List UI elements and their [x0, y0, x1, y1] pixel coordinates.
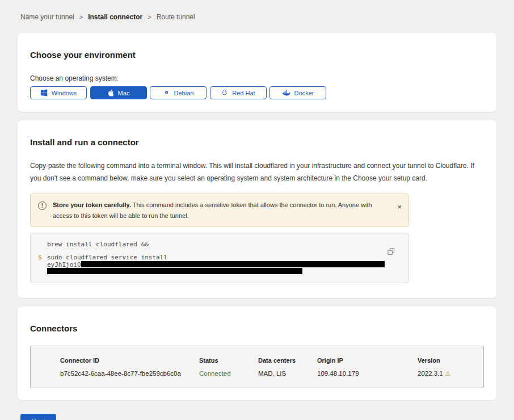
next-button[interactable]: Next [20, 414, 56, 420]
os-button-windows[interactable]: Windows [30, 86, 87, 99]
os-button-debian[interactable]: Debian [150, 86, 207, 99]
version-warning-icon: ⚠ [445, 370, 451, 377]
environment-card-title: Choose your environment [30, 50, 484, 60]
redhat-icon [221, 89, 228, 96]
apple-icon [107, 89, 114, 97]
token-prefix: eyJhIjoiO [47, 261, 81, 268]
page: Name your tunnel > Install connector > R… [0, 0, 514, 420]
code-line-service-install: sudo cloudflared service install [47, 254, 386, 261]
os-button-row: Windows Mac Debian Red Hat [30, 86, 484, 99]
token-warning-text: Store your token carefully. This command… [53, 200, 397, 220]
docker-icon [282, 90, 290, 96]
table-header-row: Connector ID Status Data centers Origin … [60, 357, 483, 364]
token-warning-bold: Store your token carefully. [53, 201, 131, 208]
breadcrumb-separator: > [79, 14, 83, 20]
windows-icon [40, 89, 48, 96]
cell-data-centers: MAD, LIS [258, 370, 317, 377]
os-button-docker[interactable]: Docker [269, 86, 326, 99]
code-line-token: eyJhIjoiO [47, 261, 386, 268]
status-badge: Connected [199, 370, 258, 377]
header-status: Status [199, 357, 258, 364]
os-button-redhat[interactable]: Red Hat [210, 86, 267, 99]
cell-connector-id: b7c52c42-6caa-48ee-8c77-fbe259cb6c0a [60, 370, 199, 377]
connectors-table: Connector ID Status Data centers Origin … [30, 346, 484, 388]
breadcrumb-install-connector[interactable]: Install connector [88, 13, 142, 21]
os-select-label: Choose an operating system: [30, 74, 484, 82]
breadcrumb-name-your-tunnel[interactable]: Name your tunnel [20, 13, 74, 21]
connectors-title: Connectors [30, 324, 484, 333]
version-value: 2022.3.1 [418, 370, 443, 377]
header-version: Version [418, 357, 483, 364]
copy-icon[interactable] [387, 248, 395, 257]
os-button-mac[interactable]: Mac [90, 86, 147, 99]
breadcrumb-route-tunnel[interactable]: Route tunnel [157, 13, 195, 21]
install-command-codeblock: brew install cloudflared && $ sudo cloud… [30, 233, 409, 283]
environment-card: Choose your environment Choose an operat… [18, 33, 496, 112]
table-row: b7c52c42-6caa-48ee-8c77-fbe259cb6c0a Con… [60, 370, 483, 377]
cell-origin-ip: 109.48.10.179 [317, 370, 418, 377]
redacted-token-bar [47, 268, 302, 274]
os-button-label: Docker [294, 90, 314, 96]
code-line-brew: brew install cloudflared && [38, 241, 386, 248]
header-origin-ip: Origin IP [317, 357, 418, 364]
shell-prompt: $ [38, 254, 47, 274]
os-button-label: Windows [52, 90, 77, 96]
breadcrumb: Name your tunnel > Install connector > R… [20, 13, 496, 21]
header-connector-id: Connector ID [60, 357, 199, 364]
install-connector-title: Install and run a connector [30, 137, 484, 147]
footer: Next [20, 414, 496, 420]
debian-icon [163, 89, 170, 96]
breadcrumb-separator: > [148, 14, 151, 20]
cell-version: 2022.3.1⚠ [418, 370, 483, 377]
close-icon[interactable]: × [397, 203, 402, 211]
install-connector-card: Install and run a connector Copy-paste t… [18, 120, 496, 298]
os-button-label: Debian [174, 90, 194, 96]
install-connector-description: Copy-paste the following command into a … [30, 159, 484, 184]
os-button-label: Mac [118, 90, 130, 96]
redacted-token-bar [81, 261, 385, 267]
token-warning-banner: ! Store your token carefully. This comma… [30, 194, 409, 226]
os-button-label: Red Hat [232, 90, 255, 96]
header-data-centers: Data centers [258, 357, 317, 364]
alert-circle-icon: ! [38, 201, 47, 210]
connectors-card: Connectors Connector ID Status Data cent… [18, 306, 496, 400]
